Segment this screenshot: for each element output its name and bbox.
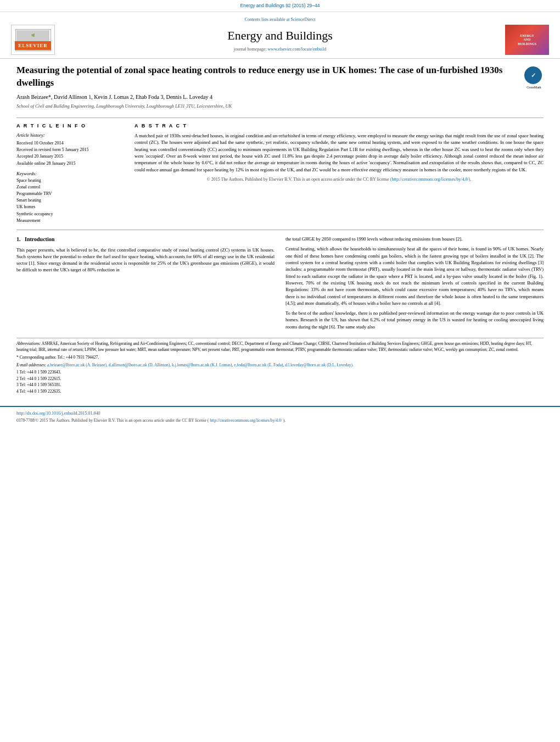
article-info-title: A R T I C L E I N F O [16,122,126,130]
sciencedirect-link[interactable]: ScienceDirect [291,17,316,22]
keyword-1: Space heating [16,177,126,183]
journal-name: Energy and Buildings [55,27,505,44]
body-left-col: 1. Introduction This paper presents, wha… [16,236,275,333]
elsevier-logo: 🌿 ELSEVIER [11,25,55,55]
keyword-2: Zonal control [16,184,126,190]
article-info-section: A R T I C L E I N F O Article history: R… [16,122,126,224]
journal-homepage: journal homepage: www.elsevier.com/locat… [55,46,505,52]
journal-right-logo: ENERGY AND BUILDINGS [505,25,549,55]
footnotes-area: Abbreviations: ASHRAE, American Society … [16,338,544,394]
intro-para-1: This paper presents, what is believed to… [16,247,275,274]
article-title-section: Measuring the potential of zonal space h… [16,64,544,113]
abstract-section: A B S T R A C T A matched pair of 1930s … [135,122,544,224]
footnote-tel-items: 1 Tel: +44 0 1 509 223643. 2 Tel: +44 0 … [16,370,544,394]
history-item-4: Available online 28 January 2015 [16,160,126,166]
journal-homepage-link[interactable]: www.elsevier.com/locate/enbuild [268,47,327,52]
article-history: Article history: Received 10 October 201… [16,132,126,166]
body-right-para-2: Central heating, which allows the househ… [285,246,544,306]
abstract-title: A B S T R A C T [135,122,544,130]
keyword-5: UK homes [16,204,126,210]
keyword-3: Programmable TRV [16,191,126,197]
bottom-license-link[interactable]: http://creativecommons.org/licenses/by/4… [210,418,282,423]
crossmark-icon: ✓ [524,66,542,84]
body-right-para-1: the total GHGE by 2050 compared to 1990 … [285,236,544,242]
page: Energy and Buildings 92 (2015) 29–44 Con… [0,0,560,742]
abstract-text: A matched pair of 1930s semi-detached ho… [135,132,544,173]
keyword-6: Synthetic occupancy [16,211,126,217]
article-info-abstract-cols: A R T I C L E I N F O Article history: R… [16,118,544,224]
footnote-corresponding: * Corresponding author. Tel.: +44 0 7931… [16,355,544,361]
bottom-copyright: 0378-7788/© 2015 The Authors. Published … [16,418,544,424]
article-authors: Arash Beizaee*, David Allinson 1, Kevin … [16,93,516,101]
doi-link[interactable]: http://dx.doi.org/10.1016/j.enbuild.2015… [16,410,544,416]
license-link[interactable]: (http://creativecommons.org/licenses/by/… [390,177,472,182]
intro-heading: 1. Introduction [16,236,275,244]
abstract-license: © 2015 The Authors. Published by Elsevie… [135,176,544,182]
footnote-abbreviations: Abbreviations: ASHRAE, American Society … [16,341,544,353]
body-two-col: 1. Introduction This paper presents, wha… [16,236,544,333]
keyword-4: Smart heating [16,197,126,203]
history-item-3: Accepted 20 January 2015 [16,153,126,159]
crossmark-logo: ✓ CrossMark [524,66,544,90]
keyword-7: Measurement [16,217,126,224]
article-affiliation: School of Civil and Building Engineering… [16,103,516,110]
article-title: Measuring the potential of zonal space h… [16,64,516,88]
history-item-1: Received 10 October 2014 [16,140,126,146]
top-banner-text: Energy and Buildings 92 (2015) 29–44 [240,3,320,8]
history-item-2: Received in revised form 5 January 2015 [16,147,126,153]
article-content: Measuring the potential of zonal space h… [0,59,560,400]
journal-name-row: 🌿 ELSEVIER Energy and Buildings journal … [11,25,549,55]
footnote-tel-1: 1 Tel: +44 0 1 509 223643. [16,370,544,376]
body-right-col: the total GHGE by 2050 compared to 1990 … [285,236,544,333]
footnote-tel-3: 3 Tel: +44 0 1 509 565181. [16,382,544,388]
article-title-text: Measuring the potential of zonal space h… [16,64,516,113]
footnote-tel-2: 2 Tel: +44 0 1 509 222615. [16,376,544,382]
footnote-emails: E-mail addresses: a.beizaee@lboro.ac.uk … [16,362,544,369]
keywords-section: Keywords: Space heating Zonal control Pr… [16,171,126,224]
bottom-bar: http://dx.doi.org/10.1016/j.enbuild.2015… [0,406,560,427]
footnote-tel-4: 4 Tel: +44 0 1 509 222635. [16,389,544,395]
journal-contents-line: Contents lists available at ScienceDirec… [11,16,549,23]
journal-title-center: Energy and Buildings journal homepage: w… [55,27,505,52]
section-divider [16,230,544,230]
body-right-para-3: To the best of the authors' knowledge, t… [285,310,544,330]
journal-header: Contents lists available at ScienceDirec… [0,12,560,59]
